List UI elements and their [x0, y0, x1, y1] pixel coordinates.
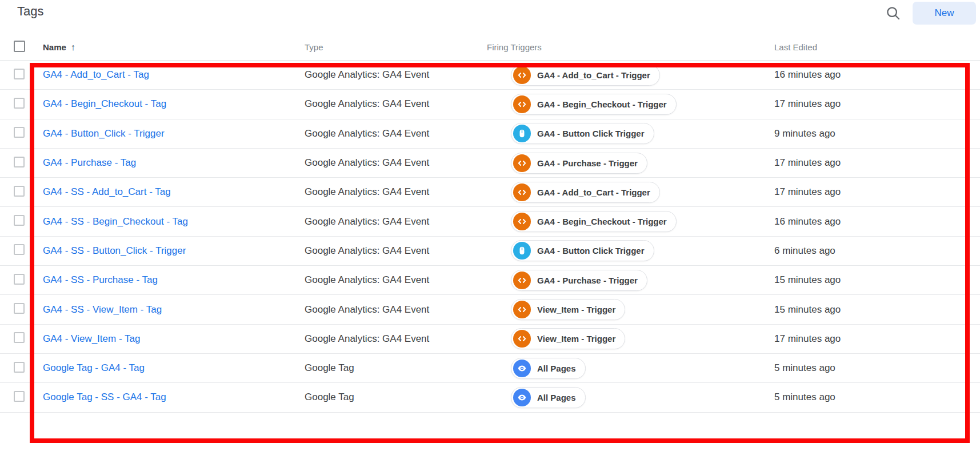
table-row: GA4 - SS - Button_Click - Trigger Google… [0, 237, 980, 266]
firing-trigger-badge[interactable]: GA4 - Begin_Checkout - Trigger [511, 94, 677, 115]
table-row: Google Tag - SS - GA4 - Tag Google Tag A… [0, 383, 980, 412]
custom-event-trigger-icon [513, 183, 531, 201]
last-edited: 6 minutes ago [774, 245, 980, 257]
table-row: GA4 - SS - Add_to_Cart - Tag Google Anal… [0, 178, 980, 207]
firing-trigger-badge[interactable]: GA4 - Purchase - Trigger [511, 270, 647, 291]
table-body: GA4 - Add_to_Cart - Tag Google Analytics… [0, 61, 980, 413]
tag-type: Google Analytics: GA4 Event [305, 245, 487, 257]
tag-name-link[interactable]: GA4 - View_Item - Tag [43, 333, 140, 344]
row-checkbox[interactable] [14, 69, 25, 79]
firing-trigger-badge[interactable]: GA4 - Purchase - Trigger [511, 153, 647, 174]
sort-ascending-icon: ↑ [71, 42, 75, 53]
table-row: Google Tag - GA4 - Tag Google Tag All Pa… [0, 354, 980, 383]
custom-event-trigger-icon [513, 272, 531, 289]
custom-event-trigger-icon [513, 213, 531, 230]
table-row: GA4 - SS - Begin_Checkout - Tag Google A… [0, 207, 980, 236]
last-edited: 16 minutes ago [774, 216, 980, 227]
row-checkbox[interactable] [14, 362, 25, 373]
column-header-name[interactable]: Name ↑ [43, 42, 305, 53]
tag-type: Google Analytics: GA4 Event [305, 274, 487, 286]
firing-trigger-badge[interactable]: GA4 - Begin_Checkout - Trigger [511, 211, 677, 232]
tag-name-link[interactable]: GA4 - Purchase - Tag [43, 157, 136, 168]
pageview-trigger-icon [513, 360, 531, 377]
firing-trigger-badge[interactable]: View_Item - Trigger [511, 299, 625, 320]
pageview-trigger-icon [513, 389, 531, 406]
row-checkbox[interactable] [14, 274, 25, 285]
tag-type: Google Analytics: GA4 Event [305, 333, 487, 345]
last-edited: 17 minutes ago [774, 157, 980, 169]
last-edited: 15 minutes ago [774, 274, 980, 286]
row-checkbox[interactable] [14, 391, 25, 402]
click-trigger-icon [513, 125, 531, 142]
tag-type: Google Analytics: GA4 Event [305, 98, 487, 110]
last-edited: 9 minutes ago [774, 128, 980, 139]
row-checkbox[interactable] [14, 98, 25, 109]
firing-trigger-badge[interactable]: View_Item - Trigger [511, 328, 625, 349]
custom-event-trigger-icon [513, 154, 531, 172]
tag-name-link[interactable]: Google Tag - SS - GA4 - Tag [43, 392, 166, 402]
tag-name-link[interactable]: GA4 - Begin_Checkout - Tag [43, 98, 166, 109]
tag-type: Google Analytics: GA4 Event [305, 304, 487, 316]
row-checkbox[interactable] [14, 244, 25, 255]
last-edited: 17 minutes ago [774, 333, 980, 345]
column-header-firing-triggers[interactable]: Firing Triggers [487, 42, 774, 52]
tag-type: Google Tag [305, 362, 487, 374]
table-row: GA4 - SS - Purchase - Tag Google Analyti… [0, 266, 980, 295]
click-trigger-icon [513, 242, 531, 260]
tag-name-link[interactable]: Google Tag - GA4 - Tag [43, 362, 145, 373]
new-tag-button[interactable]: New [913, 2, 976, 25]
table-header: Name ↑ Type Firing Triggers Last Edited [0, 34, 980, 61]
custom-event-trigger-icon [513, 301, 531, 318]
tag-name-link[interactable]: GA4 - SS - View_Item - Tag [43, 304, 162, 315]
last-edited: 17 minutes ago [774, 186, 980, 198]
firing-trigger-badge[interactable]: GA4 - Button Click Trigger [511, 240, 654, 261]
select-all-checkbox[interactable] [14, 41, 25, 52]
tag-name-link[interactable]: GA4 - SS - Purchase - Tag [43, 274, 158, 285]
top-bar: Tags New [0, 0, 980, 33]
firing-trigger-badge[interactable]: GA4 - Button Click Trigger [511, 123, 654, 144]
tag-type: Google Analytics: GA4 Event [305, 157, 487, 169]
custom-event-trigger-icon [513, 95, 531, 113]
firing-trigger-badge[interactable]: GA4 - Add_to_Cart - Trigger [511, 65, 660, 86]
tag-name-link[interactable]: GA4 - SS - Begin_Checkout - Tag [43, 216, 188, 227]
tag-type: Google Analytics: GA4 Event [305, 128, 487, 139]
table-row: GA4 - View_Item - Tag Google Analytics: … [0, 325, 980, 354]
table-row: GA4 - SS - View_Item - Tag Google Analyt… [0, 295, 980, 324]
table-row: GA4 - Add_to_Cart - Tag Google Analytics… [0, 61, 980, 90]
tag-name-link[interactable]: GA4 - SS - Add_to_Cart - Tag [43, 186, 171, 197]
last-edited: 15 minutes ago [774, 304, 980, 316]
column-header-last-edited[interactable]: Last Edited [774, 42, 980, 52]
tag-type: Google Analytics: GA4 Event [305, 186, 487, 198]
tag-type: Google Analytics: GA4 Event [305, 69, 487, 81]
row-checkbox[interactable] [14, 332, 25, 343]
row-checkbox[interactable] [14, 303, 25, 314]
row-checkbox[interactable] [14, 127, 25, 138]
table-row: GA4 - Button_Click - Trigger Google Anal… [0, 119, 980, 149]
custom-event-trigger-icon [513, 66, 531, 84]
column-header-type[interactable]: Type [305, 42, 487, 52]
last-edited: 17 minutes ago [774, 98, 980, 110]
row-checkbox[interactable] [14, 157, 25, 167]
firing-trigger-badge[interactable]: GA4 - Add_to_Cart - Trigger [511, 182, 660, 203]
search-button[interactable] [883, 3, 903, 24]
firing-trigger-badge[interactable]: All Pages [511, 387, 586, 408]
table-row: GA4 - Purchase - Tag Google Analytics: G… [0, 149, 980, 178]
last-edited: 16 minutes ago [774, 69, 980, 81]
search-icon [885, 5, 902, 23]
custom-event-trigger-icon [513, 330, 531, 348]
tag-name-link[interactable]: GA4 - Add_to_Cart - Tag [43, 69, 149, 80]
table-row: GA4 - Begin_Checkout - Tag Google Analyt… [0, 90, 980, 119]
page-title: Tags [17, 4, 43, 19]
tag-name-link[interactable]: GA4 - Button_Click - Trigger [43, 128, 165, 139]
row-checkbox[interactable] [14, 215, 25, 226]
row-checkbox[interactable] [14, 186, 25, 197]
tag-name-link[interactable]: GA4 - SS - Button_Click - Trigger [43, 245, 186, 256]
tag-type: Google Tag [305, 392, 487, 403]
tag-type: Google Analytics: GA4 Event [305, 216, 487, 227]
firing-trigger-badge[interactable]: All Pages [511, 358, 586, 379]
last-edited: 5 minutes ago [774, 392, 980, 403]
last-edited: 5 minutes ago [774, 362, 980, 374]
